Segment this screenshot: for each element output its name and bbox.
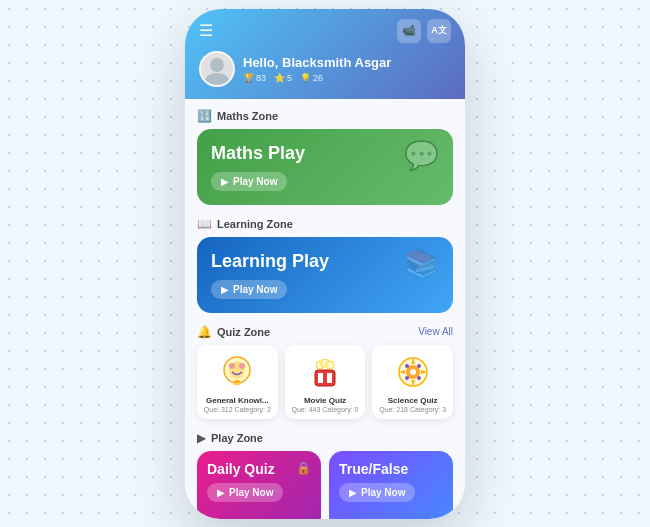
stat-bulb: 💡 26 (300, 73, 323, 83)
svg-rect-7 (233, 383, 241, 385)
play-zone-header: ▶ Play Zone (197, 431, 453, 445)
quiz-zone-header: 🔔 Quiz Zone View All (197, 325, 453, 339)
maths-play-button[interactable]: ▶ Play Now (211, 172, 287, 191)
maths-zone-title: Maths Zone (217, 110, 278, 122)
trophy-icon: 🏆 (243, 73, 254, 83)
quiz-item-general-meta: Que: 312 Category: 2 (204, 406, 271, 413)
svg-point-21 (417, 376, 421, 380)
quiz-item-general[interactable]: General Knowl... Que: 312 Category: 2 (197, 345, 278, 419)
svg-point-4 (229, 363, 235, 369)
learning-play-card[interactable]: 📚 Learning Play ▶ Play Now (197, 237, 453, 313)
stat-star-value: 5 (287, 73, 292, 83)
svg-point-19 (417, 364, 421, 368)
daily-quiz-card[interactable]: 🔒 Daily Quiz ▶ Play Now (197, 451, 321, 519)
learning-zone-icon: 📖 (197, 217, 212, 231)
play-zone-icon: ▶ (197, 431, 206, 445)
learning-play-label: Play Now (233, 284, 277, 295)
daily-quiz-play-button[interactable]: ▶ Play Now (207, 483, 283, 502)
video-icon: 📹 (402, 24, 416, 37)
lock-icon: 🔒 (296, 461, 311, 475)
avatar (199, 51, 235, 87)
learning-deco: 📚 (404, 247, 439, 280)
quiz-item-movie-name: Movie Quiz (304, 396, 346, 405)
star-icon: ⭐ (274, 73, 285, 83)
maths-zone-header: 🔢 Maths Zone (197, 109, 453, 123)
quiz-item-movie-img (304, 351, 346, 393)
quiz-zone-icon: 🔔 (197, 325, 212, 339)
svg-point-0 (210, 58, 224, 72)
quiz-view-all[interactable]: View All (418, 326, 453, 337)
svg-point-17 (410, 369, 416, 375)
quiz-item-science-meta: Que: 218 Category: 3 (379, 406, 446, 413)
stat-bulb-value: 26 (313, 73, 323, 83)
user-info: Hello, Blacksmith Asgar 🏆 83 ⭐ 5 💡 26 (243, 55, 451, 83)
true-false-play-icon: ▶ (349, 487, 357, 498)
video-icon-btn[interactable]: 📹 (397, 19, 421, 43)
quiz-item-science-img (392, 351, 434, 393)
user-stats: 🏆 83 ⭐ 5 💡 26 (243, 73, 451, 83)
maths-play-label: Play Now (233, 176, 277, 187)
stat-trophy: 🏆 83 (243, 73, 266, 83)
quiz-item-science[interactable]: Science Quiz Que: 218 Category: 3 (372, 345, 453, 419)
daily-quiz-play-label: Play Now (229, 487, 273, 498)
svg-point-20 (405, 376, 409, 380)
translate-icon-btn[interactable]: A文 (427, 19, 451, 43)
app-header: ☰ 📹 A文 Hello, Blacksmith Asgar (185, 9, 465, 99)
bulb-icon: 💡 (300, 73, 311, 83)
daily-quiz-play-icon: ▶ (217, 487, 225, 498)
true-false-card[interactable]: True/False ▶ Play Now (329, 451, 453, 519)
svg-rect-10 (318, 373, 323, 383)
quiz-item-general-name: General Knowl... (206, 396, 269, 405)
svg-point-18 (405, 364, 409, 368)
svg-point-1 (205, 73, 229, 85)
svg-rect-11 (327, 373, 332, 383)
svg-point-14 (326, 361, 334, 369)
true-false-play-label: Play Now (361, 487, 405, 498)
maths-deco: 💬 (404, 139, 439, 172)
play-zone-title: Play Zone (211, 432, 263, 444)
quiz-item-movie-meta: Que: 443 Category: 0 (292, 406, 359, 413)
stat-trophy-value: 83 (256, 73, 266, 83)
learning-zone-header: 📖 Learning Zone (197, 217, 453, 231)
maths-zone-icon: 🔢 (197, 109, 212, 123)
learning-play-icon: ▶ (221, 284, 229, 295)
maths-play-icon: ▶ (221, 176, 229, 187)
translate-icon: A文 (431, 24, 447, 37)
main-content: 🔢 Maths Zone 💬 Maths Play ▶ Play Now 📖 L… (185, 99, 465, 519)
phone-frame: ☰ 📹 A文 Hello, Blacksmith Asgar (185, 9, 465, 519)
svg-point-5 (239, 363, 245, 369)
maths-play-card[interactable]: 💬 Maths Play ▶ Play Now (197, 129, 453, 205)
quiz-item-movie[interactable]: Movie Quiz Que: 443 Category: 0 (285, 345, 366, 419)
learning-zone-title: Learning Zone (217, 218, 293, 230)
menu-icon[interactable]: ☰ (199, 21, 213, 40)
true-false-play-button[interactable]: ▶ Play Now (339, 483, 415, 502)
stat-star: ⭐ 5 (274, 73, 292, 83)
play-zone-cards: 🔒 Daily Quiz ▶ Play Now True/False ▶ Pla… (197, 451, 453, 519)
quiz-item-general-img (216, 351, 258, 393)
quiz-zone-title: Quiz Zone (217, 326, 270, 338)
quiz-item-science-name: Science Quiz (388, 396, 438, 405)
quiz-items-row: General Knowl... Que: 312 Category: 2 (197, 345, 453, 419)
user-greeting: Hello, Blacksmith Asgar (243, 55, 451, 70)
true-false-title: True/False (339, 461, 443, 477)
learning-play-button[interactable]: ▶ Play Now (211, 280, 287, 299)
